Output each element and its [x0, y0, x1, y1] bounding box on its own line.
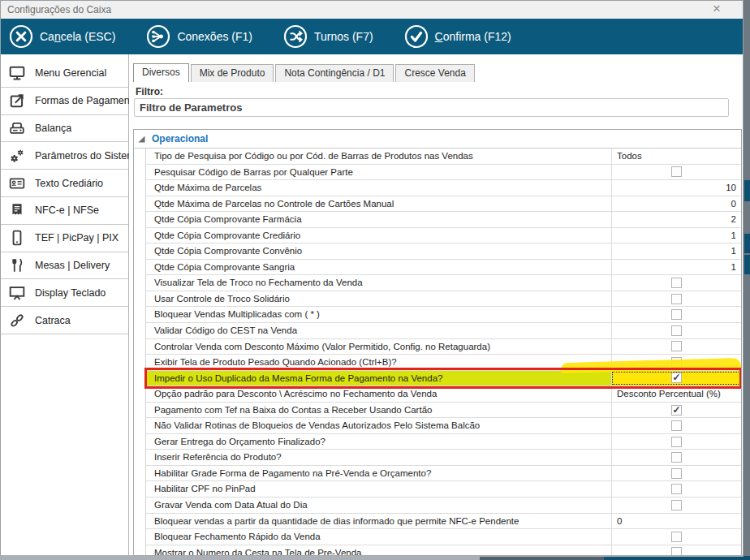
- row-value-cell[interactable]: [611, 466, 741, 481]
- grid-row[interactable]: Mostrar o Numero da Cesta na Tela de Pre…: [146, 545, 741, 556]
- tab-nota-contingencia-d1[interactable]: Nota Contingência / D1: [275, 64, 394, 82]
- row-label: Qtde Máxima de Parcelas no Controle de C…: [146, 196, 611, 212]
- grid-row[interactable]: Opção padrão para Desconto \ Acréscimo n…: [146, 386, 741, 403]
- grid-row[interactable]: Impedir o Uso Duplicado da Mesma Forma d…: [146, 371, 741, 387]
- sidebar-item-nfc-e-nfse[interactable]: NFC-e | NFSe: [1, 197, 128, 225]
- toolbar-button-conexoes-f1[interactable]: Conexões (F1): [146, 24, 252, 49]
- sidebar-item-menu-gerencial[interactable]: Menu Gerencial: [1, 60, 128, 88]
- row-value-cell[interactable]: Todos: [611, 149, 741, 164]
- row-value-cell[interactable]: [611, 450, 741, 465]
- row-value-cell[interactable]: [611, 498, 741, 513]
- tab-cresce-venda[interactable]: Cresce Venda: [395, 64, 474, 82]
- checkbox-unchecked[interactable]: [671, 309, 682, 320]
- row-value-cell[interactable]: [611, 339, 741, 355]
- row-value-cell[interactable]: 1: [611, 228, 741, 243]
- checkbox-checked[interactable]: ✓: [671, 405, 682, 416]
- grid-row[interactable]: Controlar Venda com Desconto Máximo (Val…: [146, 339, 741, 355]
- grid-row[interactable]: Habilitar Grade Forma de Pagamento na Pr…: [146, 466, 741, 482]
- grid-row[interactable]: Bloquear vendas a partir da quantidade d…: [146, 514, 741, 530]
- grid-row[interactable]: Bloquear Fechamento Rápido da Venda: [146, 529, 741, 545]
- checkbox-unchecked[interactable]: [671, 166, 682, 177]
- checkbox-unchecked[interactable]: [671, 437, 682, 447]
- grid-row[interactable]: Exibir Tela de Produto Pesado Quando Aci…: [146, 355, 741, 371]
- checkbox-unchecked[interactable]: [671, 294, 682, 304]
- row-value-cell[interactable]: [611, 529, 741, 545]
- row-value-cell[interactable]: [611, 355, 741, 370]
- toolbar-button-confirma-f12[interactable]: Confirma (F12): [404, 24, 511, 49]
- grid-row[interactable]: Qtde Cópia Comprovante Convênio 1: [146, 243, 741, 260]
- checkbox-unchecked[interactable]: [671, 547, 682, 556]
- checkbox-checked[interactable]: ✓: [671, 373, 682, 383]
- checkbox-unchecked[interactable]: [671, 341, 682, 351]
- grid-row[interactable]: Qtde Cópia Comprovante Crediário 1: [146, 228, 741, 244]
- row-value-cell[interactable]: [611, 418, 741, 433]
- grid-row[interactable]: Gravar Venda com Data Atual do Dia: [146, 498, 741, 514]
- row-label: Usar Controle de Troco Solidário: [146, 291, 611, 307]
- checkbox-unchecked[interactable]: [671, 325, 682, 336]
- sidebar-item-texto-crediario[interactable]: Texto Crediário: [1, 170, 128, 197]
- checkbox-unchecked[interactable]: [671, 420, 682, 431]
- row-value-cell[interactable]: 1: [611, 260, 741, 275]
- row-value-cell[interactable]: [611, 275, 741, 291]
- sidebar-item-formas-de-pagamento[interactable]: Formas de Pagamento: [1, 88, 128, 115]
- grid-row[interactable]: Qtde Cópia Comprovante Sangria 1: [146, 260, 741, 276]
- toolbar-button-cancela-esc[interactable]: Cancela (ESC): [9, 24, 115, 49]
- sidebar-item-balanca[interactable]: Balança: [1, 115, 128, 143]
- row-value-cell[interactable]: [611, 481, 741, 497]
- sidebar-item-mesas-delivery[interactable]: Mesas | Delivery: [1, 252, 128, 280]
- checkbox-unchecked[interactable]: [671, 532, 682, 542]
- checkbox-unchecked[interactable]: [671, 278, 682, 288]
- grid-row[interactable]: Usar Controle de Troco Solidário: [146, 291, 741, 308]
- row-value-cell[interactable]: [611, 307, 741, 322]
- row-label: Opção padrão para Desconto \ Acréscimo n…: [146, 386, 611, 402]
- checkbox-unchecked[interactable]: [671, 468, 682, 479]
- tab-mix-de-produto[interactable]: Mix de Produto: [191, 64, 274, 82]
- grid-row[interactable]: Habilitar CPF no PinPad: [146, 481, 741, 498]
- row-value-cell[interactable]: 1: [611, 243, 741, 259]
- grid-row[interactable]: Pesquisar Código de Barras por Qualquer …: [146, 165, 741, 181]
- grid-row[interactable]: Visualizar Tela de Troco no Fechamento d…: [146, 275, 741, 291]
- row-value-cell[interactable]: [611, 291, 741, 307]
- close-icon[interactable]: ×: [709, 1, 725, 19]
- sidebar-item-tef-picpay-pix[interactable]: TEF | PicPay | PIX: [1, 225, 128, 252]
- filter-input[interactable]: [134, 98, 729, 117]
- row-value-cell[interactable]: [611, 165, 741, 180]
- row-value-cell[interactable]: 0: [611, 514, 741, 529]
- grid-row[interactable]: Qtde Máxima de Parcelas 10: [146, 180, 741, 196]
- tab-diversos[interactable]: Diversos: [133, 63, 189, 82]
- grid-row[interactable]: Pagamento com Tef na Baixa do Contas a R…: [146, 403, 741, 419]
- row-value-cell[interactable]: ✓: [611, 403, 741, 418]
- grid-row[interactable]: Validar Código do CEST na Venda: [146, 323, 741, 339]
- checkbox-unchecked[interactable]: [671, 484, 682, 494]
- row-label: Mostrar o Numero da Cesta na Tela de Pre…: [146, 545, 611, 556]
- grid-row[interactable]: Gerar Entrega do Orçamento Finalizado?: [146, 434, 741, 450]
- toolbar-button-label: Confirma (F12): [435, 30, 511, 43]
- row-label: Bloquear Vendas Multiplicadas com ( * ): [146, 307, 611, 322]
- sidebar-item-parametros-do-sistema[interactable]: Parâmetros do Sistema: [1, 142, 128, 170]
- cancel-circle-icon: [9, 24, 33, 49]
- row-value-cell[interactable]: ✓: [611, 371, 741, 386]
- sidebar-item-display-teclado[interactable]: Display Teclado: [1, 279, 128, 307]
- row-value-cell[interactable]: Desconto Percentual (%): [611, 386, 741, 402]
- row-value-cell[interactable]: [611, 323, 741, 338]
- group-header-operacional[interactable]: Operacional: [134, 130, 741, 149]
- group-expander-icon[interactable]: [138, 131, 145, 146]
- grid-row[interactable]: Tipo de Pesquisa por Código ou por Cód. …: [146, 149, 741, 165]
- row-value-cell[interactable]: 0: [611, 196, 741, 212]
- row-value-cell[interactable]: [611, 545, 741, 556]
- row-value-cell[interactable]: 10: [611, 180, 741, 196]
- desktop-background-right: [744, 0, 750, 560]
- sidebar-item-catraca[interactable]: Catraca: [1, 307, 128, 334]
- grid-row[interactable]: Qtde Cópia Comprovante Farmácia 2: [146, 212, 741, 228]
- checkbox-unchecked[interactable]: [671, 500, 682, 510]
- grid-row[interactable]: Bloquear Vendas Multiplicadas com ( * ): [146, 307, 741, 323]
- row-value-cell[interactable]: [611, 434, 741, 450]
- checkbox-unchecked[interactable]: [671, 452, 682, 463]
- grid-row[interactable]: Não Validar Rotinas de Bloqueios de Vend…: [146, 418, 741, 434]
- row-value-cell[interactable]: 2: [611, 212, 741, 227]
- config-caixa-window: Configurações do Caixa × Cancela (ESC)Co…: [0, 0, 744, 557]
- checkbox-unchecked[interactable]: [671, 357, 682, 368]
- toolbar-button-turnos-f7[interactable]: Turnos (F7): [283, 24, 373, 49]
- grid-row[interactable]: Qtde Máxima de Parcelas no Controle de C…: [146, 196, 741, 213]
- grid-row[interactable]: Inserir Referência do Produto?: [146, 450, 741, 466]
